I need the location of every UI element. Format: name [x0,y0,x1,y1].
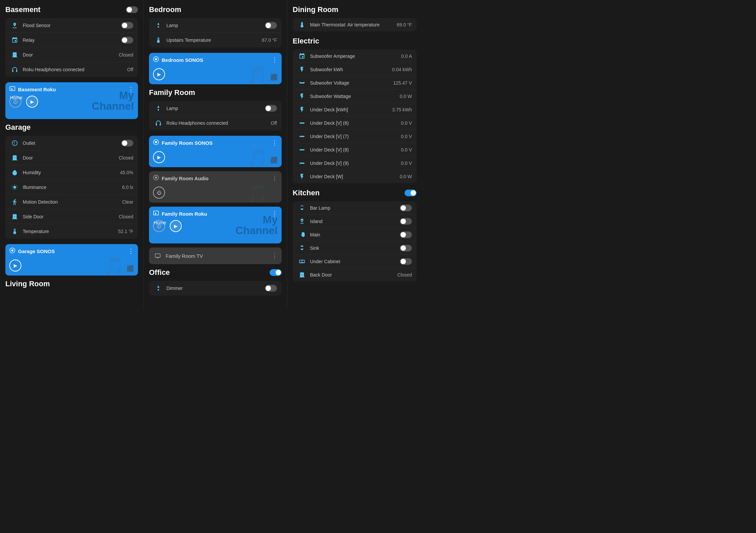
bedroom-sonos-header: Bedroom SONOS ⋮ [149,53,282,66]
upstairs-temp-icon [154,37,163,43]
office-section: Office Dimmer [149,268,282,296]
svg-point-11 [155,177,157,179]
flood-sensor-toggle[interactable] [121,22,133,29]
garage-sonos-music-note: 🎵 [103,256,125,276]
family-roku-body: ⏻ ▶ MyChannel [149,219,282,236]
bar-lamp-icon [297,205,307,211]
outlet-toggle[interactable] [121,140,133,146]
humidity-row: Humidity 45.0% [5,165,138,180]
family-tv-menu[interactable]: ⋮ [272,252,278,259]
door-icon [10,51,19,58]
garage-sonos-menu[interactable]: ⋮ [128,247,134,255]
under-deck-v6-row: Under Deck [V] (6) 0.0 V [293,116,417,130]
basement-door-value: Closed [119,52,133,58]
family-lamp-toggle[interactable] [265,105,277,112]
family-roku-play[interactable]: ▶ [170,220,182,232]
under-deck-v9-label: Under Deck [V] (9) [310,161,401,166]
side-door-label: Side Door [23,214,119,219]
main-toggle[interactable] [400,231,412,238]
under-deck-v9-row: Under Deck [V] (9) 0.0 V [293,156,417,170]
under-deck-kwh-label: Under Deck [kWh] [310,107,392,112]
family-roku-icon [153,210,159,217]
garage-temp-value: 52.1 °F [118,229,133,234]
svg-rect-2 [14,141,15,143]
kitchen-section: Kitchen Bar Lamp Island [293,189,417,282]
sub-watt-value: 0.0 W [400,94,412,99]
bedroom-sonos-body: ▶ 🎵 ⬛ [149,66,282,84]
sub-amp-row: Subwoofer Amperage 0.0 A [293,49,417,63]
thermostat-label: Main Thermostat: Air temperature [310,22,397,27]
bedroom-lamp-toggle[interactable] [265,22,277,29]
office-title: Office [149,268,282,277]
island-toggle[interactable] [400,218,412,225]
living-room-title: Living Room [5,280,138,288]
basement-section: Basement Flood Sensor Relay [5,5,138,77]
sink-toggle[interactable] [400,245,412,251]
flood-icon [10,22,19,29]
dimmer-icon [154,285,163,292]
office-toggle[interactable] [270,269,282,276]
upstairs-temp-label: Upstairs Temperature [166,37,262,43]
electric-section: Electric Subwoofer Amperage 0.0 A Subwoo… [293,37,417,183]
middle-column: Bedroom Lamp Upstairs Temperature [144,0,287,309]
garage-temp-row: Temperature 52.1 °F [5,224,138,239]
garage-sonos-screen-icon[interactable]: ⬛ [127,265,134,272]
side-door-icon [10,213,19,220]
main-icon [297,231,307,238]
under-cabinet-toggle[interactable] [400,258,412,265]
under-deck-v7-icon [297,133,307,140]
back-door-value: Closed [397,272,412,278]
family-audio-title: Family Room Audio [162,176,272,181]
under-deck-v8-icon [297,146,307,153]
under-deck-w-value: 0.0 W [400,174,412,179]
thermostat-value: 69.0 °F [397,22,412,27]
family-tv-title: Family Room TV [166,253,272,259]
under-cabinet-label: Under Cabinet [310,259,400,264]
family-roku-channel: MyChannel [236,214,278,236]
kitchen-device-list: Bar Lamp Island Main [293,201,417,282]
family-sonos-header: Family Room SONOS ⋮ [149,136,282,148]
basement-roku-play[interactable]: ▶ [26,96,38,108]
kitchen-toggle[interactable] [405,190,417,196]
family-sonos-screen-icon[interactable]: ⬛ [270,156,278,164]
bedroom-sonos-menu[interactable]: ⋮ [272,56,278,64]
bar-lamp-toggle[interactable] [400,205,412,211]
family-sonos-play[interactable]: ▶ [153,151,165,163]
sub-volt-icon [297,80,307,86]
bedroom-sonos-play[interactable]: ▶ [153,68,165,80]
flood-sensor-label: Flood Sensor [23,23,121,28]
basement-roku-body: ⏻ ▶ MyChannel [5,94,138,112]
family-headphones-label: Roku Headphones connected [166,120,271,126]
island-label: Island [310,219,400,224]
back-door-label: Back Door [310,272,397,278]
sink-label: Sink [310,245,400,251]
bedroom-sonos-screen-icon[interactable]: ⬛ [270,74,278,81]
family-audio-icon [153,175,159,182]
sub-amp-value: 0.0 A [401,54,412,59]
basement-toggle[interactable] [126,6,138,13]
bedroom-sonos-card: Bedroom SONOS ⋮ ▶ 🎵 ⬛ [149,53,282,84]
under-deck-v7-label: Under Deck [V] (7) [310,134,401,139]
bedroom-lamp-icon [154,22,163,29]
under-deck-w-icon [297,173,307,180]
bedroom-title: Bedroom [149,5,282,14]
relay-icon [10,37,19,43]
garage-sonos-play[interactable]: ▶ [9,259,21,272]
family-audio-card: Family Room Audio ⋮ ⏻ 🎵 [149,171,282,203]
family-audio-power[interactable]: ⏻ [153,187,165,199]
garage-sonos-header: Garage SONOS ⋮ [5,244,138,257]
electric-title: Electric [293,37,417,45]
family-audio-menu[interactable]: ⋮ [272,175,278,182]
family-sonos-menu[interactable]: ⋮ [272,139,278,146]
bar-lamp-row: Bar Lamp [293,201,417,215]
illuminance-row: Illuminance 6.0 lx [5,180,138,195]
sub-volt-row: Subwoofer Voltage 125.47 V [293,76,417,90]
dimmer-toggle[interactable] [265,285,277,292]
upstairs-temp-value: 67.0 °F [262,37,277,43]
office-device-list: Dimmer [149,281,282,296]
thermostat-row: Main Thermostat: Air temperature 69.0 °F [293,18,417,31]
relay-toggle[interactable] [121,37,133,43]
garage-section: Garage Outlet Door Closed [5,123,138,239]
family-lamp-row: Lamp [149,101,282,116]
under-deck-v7-row: Under Deck [V] (7) 0.0 V [293,130,417,143]
